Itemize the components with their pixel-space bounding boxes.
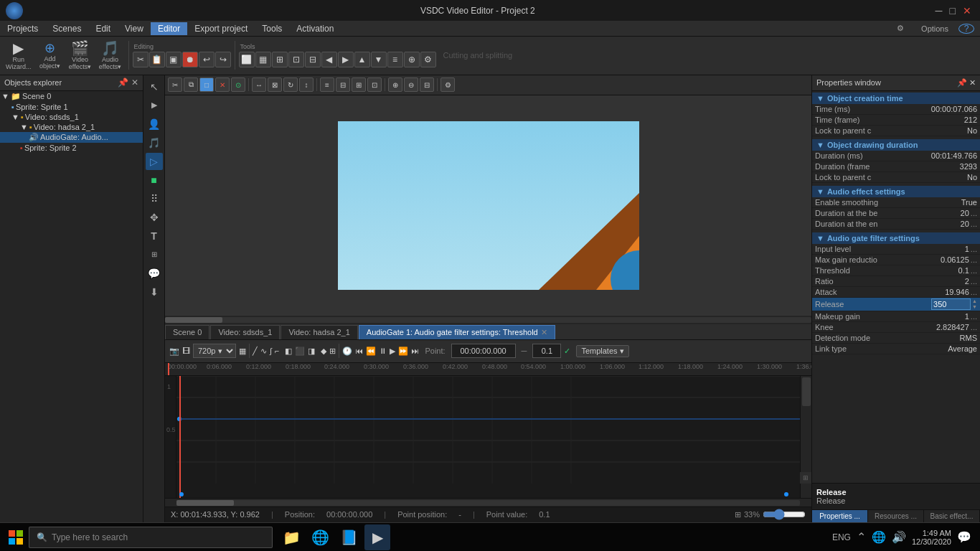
tree-video1[interactable]: ▼ ▪ Video: sdsds_1 <box>0 112 143 122</box>
cut-tool[interactable]: ✂ <box>133 52 149 67</box>
tl-align-center[interactable]: ⬛ <box>295 347 305 356</box>
t2-select[interactable]: □ <box>199 77 214 92</box>
prop-attack-dots[interactable]: ... <box>971 288 977 296</box>
start-button[interactable] <box>3 524 29 550</box>
section-gate-header[interactable]: ▼ Audio gate filter settings <box>812 232 980 244</box>
hscroll-thumb[interactable] <box>165 317 222 323</box>
paste-tool[interactable]: 📋 <box>149 52 165 67</box>
close-panel-icon[interactable]: ✕ <box>131 77 138 88</box>
tl-curve-tool[interactable]: ∿ <box>260 347 267 356</box>
video-effects-button[interactable]: 🎬 Videoeffects▾ <box>66 39 95 72</box>
redo-tool[interactable]: ↪ <box>215 52 231 67</box>
templates-button[interactable]: Templates ▾ <box>576 345 628 357</box>
notification-icon[interactable]: 💬 <box>957 530 971 544</box>
add-object-button[interactable]: ⊕ Addobject▾ <box>36 40 65 71</box>
minimize-button[interactable]: ─ <box>933 5 946 17</box>
props-pin-icon[interactable]: 📌 <box>957 78 967 87</box>
tl-line-tool[interactable]: ╱ <box>253 347 258 356</box>
down-arrow-tool[interactable]: ⬇ <box>146 283 163 301</box>
t2-align[interactable]: ≡ <box>320 77 334 92</box>
tl-clock-icon[interactable]: 🕐 <box>342 347 352 356</box>
point-value2-input[interactable] <box>532 344 561 358</box>
select-all-tool[interactable]: ⬜ <box>239 52 255 67</box>
menu-tools[interactable]: Tools <box>255 22 289 35</box>
dots-tool[interactable]: ⠿ <box>146 190 163 207</box>
expand-icon[interactable]: ⊞ <box>735 510 741 519</box>
arrow-tool[interactable]: ↖ <box>146 78 163 95</box>
tl-resolution-select[interactable]: 720p ▾ <box>193 344 236 358</box>
record-tool[interactable]: ⏺ <box>182 52 198 67</box>
prop-release-input[interactable] <box>931 298 971 310</box>
prop-release-spinner[interactable]: ▲ ▼ <box>972 298 977 310</box>
tl-diamond-icon[interactable]: ◆ <box>321 347 326 356</box>
system-clock[interactable]: 1:49 AM 12/30/2020 <box>912 529 951 546</box>
chevron-up-icon[interactable]: ⌃ <box>857 530 866 544</box>
menu-edit[interactable]: Edit <box>88 22 118 35</box>
timeline-track-area[interactable] <box>176 376 800 498</box>
position-tool[interactable]: ⊕ <box>404 52 420 67</box>
text-tool[interactable]: T <box>146 227 163 245</box>
prop-knee-dots[interactable]: ... <box>971 323 977 331</box>
tl-confirm-icon[interactable]: ✓ <box>564 347 570 356</box>
select-tool[interactable]: ▣ <box>166 52 182 67</box>
timeline-hscroll[interactable] <box>165 498 811 507</box>
timeline-vscroll[interactable]: ⊞ <box>800 376 811 498</box>
spinner-down-icon[interactable]: ▼ <box>972 304 977 310</box>
pin-icon[interactable]: 📌 <box>118 77 128 88</box>
align-tool[interactable]: ≡ <box>387 52 403 67</box>
tab-scene0[interactable]: Scene 0 <box>165 325 209 339</box>
timeline-hscroll-thumb[interactable] <box>176 500 234 506</box>
tab-video-sdsds[interactable]: Video: sdsds_1 <box>210 325 280 339</box>
menu-editor[interactable]: Editor <box>151 22 187 35</box>
t2-cut[interactable]: ✂ <box>168 77 182 92</box>
t2-snap[interactable]: ⊡ <box>367 77 382 92</box>
canvas-hscroll[interactable] <box>165 316 811 324</box>
menu-projects[interactable]: Projects <box>0 22 45 35</box>
prop-makeup-gain-dots[interactable]: ... <box>971 312 977 321</box>
t2-copy[interactable]: ⧉ <box>184 77 198 92</box>
tab-basic-effect[interactable]: Basic effect... <box>924 510 980 522</box>
t2-grid[interactable]: ⊞ <box>352 77 366 92</box>
t2-resize[interactable]: ⊠ <box>268 77 282 92</box>
tl-film-icon[interactable]: 🎞 <box>182 347 190 355</box>
tl-settings-icon[interactable]: ▦ <box>239 347 246 356</box>
move-tool[interactable]: ✥ <box>146 209 163 226</box>
section-audio-effect-header[interactable]: ▼ Audio effect settings <box>812 186 980 197</box>
taskbar-app-word[interactable]: 📘 <box>336 524 362 550</box>
tree-sprite2[interactable]: ▪ Sprite: Sprite 2 <box>0 143 143 153</box>
tl-play-icon[interactable]: ⏸ <box>379 347 387 355</box>
tl-prev-icon[interactable]: ⏪ <box>366 347 376 356</box>
taskbar-app-vsdc[interactable]: ▶ <box>364 524 390 550</box>
tab-close-icon[interactable]: ✕ <box>541 328 547 337</box>
help-icon[interactable]: ? <box>958 24 974 34</box>
tab-resources[interactable]: Resources ... <box>868 510 924 522</box>
tl-end-icon[interactable]: ⏭ <box>411 347 419 355</box>
merge-tool[interactable]: ⊟ <box>305 52 321 67</box>
media-tool[interactable]: 🎵 <box>146 134 163 151</box>
t2-zoom-out[interactable]: ⊖ <box>404 77 418 92</box>
run-tool[interactable]: ▶ <box>146 97 163 114</box>
tl-grid-icon[interactable]: ⊞ <box>329 347 336 356</box>
tl-align-left[interactable]: ◧ <box>285 347 292 356</box>
arrow-left-tool[interactable]: ◀ <box>321 52 337 67</box>
t2-circle[interactable]: ⊙ <box>231 77 245 92</box>
tl-wave-tool[interactable]: ∫ <box>270 347 272 355</box>
t2-zoom-in[interactable]: ⊕ <box>388 77 402 92</box>
maximize-button[interactable]: □ <box>947 5 958 17</box>
spinner-up-icon[interactable]: ▲ <box>972 298 977 304</box>
menu-export[interactable]: Export project <box>187 22 255 35</box>
tree-video2[interactable]: ▼ ▪ Video: hadsa 2_1 <box>0 122 143 132</box>
person-tool[interactable]: 👤 <box>146 116 163 133</box>
section-creation-header[interactable]: ▼ Object creation time <box>812 93 980 104</box>
taskbar-search[interactable]: 🔍 Type here to search <box>29 527 273 548</box>
close-button[interactable]: ✕ <box>960 5 974 17</box>
tl-align-right[interactable]: ◨ <box>308 347 315 356</box>
t2-flip[interactable]: ↕ <box>299 77 314 92</box>
network-icon[interactable]: 🌐 <box>872 530 886 544</box>
prop-max-gain-dots[interactable]: ... <box>971 255 977 264</box>
taskbar-app-chrome[interactable]: 🌐 <box>307 524 333 550</box>
tl-start-icon[interactable]: ⏮ <box>355 347 363 355</box>
timeline-vscroll-thumb[interactable] <box>802 377 811 406</box>
audio-effects-button[interactable]: 🎵 Audioeffects▾ <box>96 39 125 72</box>
tl-next-icon[interactable]: ⏩ <box>398 347 408 356</box>
